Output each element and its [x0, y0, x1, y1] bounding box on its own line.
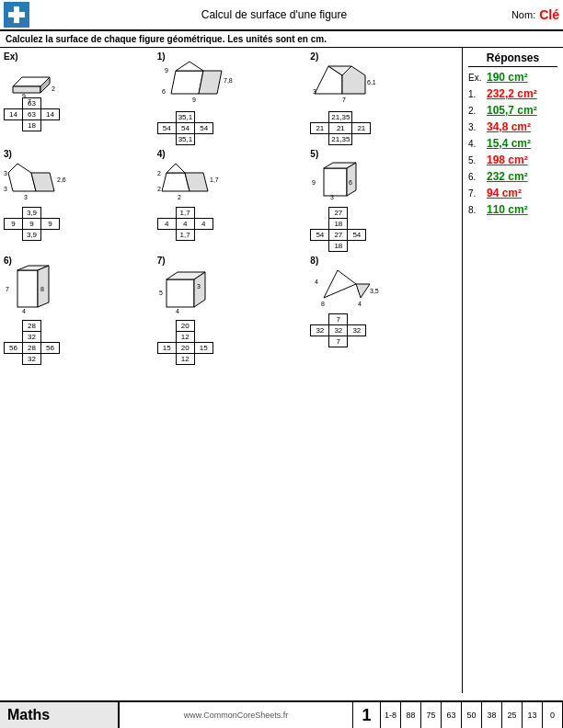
prob-5-net-table: 27 18 542754 18: [310, 207, 366, 252]
prob-5-block: 5) 9 6 3 27: [310, 149, 458, 252]
svg-text:3: 3: [24, 194, 28, 200]
svg-text:9: 9: [165, 67, 168, 74]
svg-marker-3: [13, 86, 40, 93]
prob-3-shape: 3 3 3 2,6: [4, 159, 152, 205]
svg-text:3: 3: [4, 170, 7, 176]
prob-5-svg: 9 6 3: [310, 159, 374, 203]
svg-text:4: 4: [358, 301, 362, 307]
prob-5-shape: 9 6 3: [310, 159, 458, 205]
prob-7-label: 7): [157, 256, 166, 266]
prob-6-svg: 7 8 4: [4, 266, 68, 316]
footer-maths-label: Maths: [0, 702, 120, 728]
prob-2-net: 21,35 212121 21,35: [310, 111, 458, 145]
answer-8-label: 8.: [468, 205, 487, 215]
ex-shape: 9 2 7: [4, 63, 152, 96]
svg-marker-53: [356, 284, 370, 298]
svg-text:7,8: 7,8: [224, 77, 233, 84]
row-3: 6) 7 8 4 28: [4, 256, 458, 365]
prob-1-svg: 9 6 9 7,8: [157, 62, 240, 108]
prob-2-shape: 3 7 6,1: [310, 62, 458, 109]
logo: [4, 2, 29, 28]
svg-marker-8: [171, 71, 203, 94]
prob-2-svg: 3 7 6,1: [310, 62, 393, 108]
svg-text:3: 3: [313, 88, 316, 95]
prob-8-net-table: 7 323232 7: [310, 313, 366, 347]
answer-ex: Ex. 190 cm²: [468, 71, 557, 84]
svg-text:1,7: 1,7: [210, 176, 219, 183]
answer-2: 2. 105,7 cm²: [468, 104, 557, 117]
answer-5-value: 198 cm²: [487, 154, 528, 166]
answer-5-label: 5.: [468, 155, 487, 165]
prob-1-block: 1) 9 6 9 7,8: [157, 51, 305, 145]
prob-3-net: 3,9 999 3,9: [4, 207, 152, 241]
answer-1-label: 1.: [468, 89, 487, 99]
exercises-area: Ex) 9 2 7: [0, 48, 462, 693]
prob-4-label: 4): [157, 149, 166, 159]
prob-1-net: 35,1 545454 35,1: [157, 111, 305, 145]
header-nom: Nom:: [511, 9, 535, 20]
svg-text:2,6: 2,6: [57, 176, 66, 183]
answers-title: Réponses: [468, 51, 557, 67]
prob-2-net-table: 21,35 212121 21,35: [310, 111, 371, 145]
answer-2-label: 2.: [468, 106, 487, 116]
prob-2-block: 2) 3 7 6,1 21,35: [310, 51, 458, 145]
prob-7-shape: 5 3 4: [157, 266, 305, 318]
answer-8: 8. 110 cm²: [468, 203, 557, 216]
footer-numbers: 1-8 88 75 63 50 38 25 13 0: [380, 702, 563, 728]
prob-3-label: 3): [4, 149, 12, 159]
svg-marker-21: [8, 164, 36, 191]
svg-text:8: 8: [321, 301, 325, 307]
answer-4-label: 4.: [468, 139, 487, 149]
svg-rect-46: [167, 279, 194, 307]
answer-7-value: 94 cm²: [487, 187, 522, 199]
svg-text:4: 4: [176, 308, 179, 314]
prob-7-net: 20 12 152015 12: [157, 320, 305, 365]
instruction: Calculez la surface de chaque figure géo…: [0, 31, 563, 48]
svg-text:7: 7: [6, 286, 9, 292]
header: Calcul de surface d'une figure Nom: Clé: [0, 0, 563, 31]
prob-7-block: 7) 5 3 4 20: [157, 256, 305, 365]
answer-7-label: 7.: [468, 188, 487, 199]
svg-text:2: 2: [178, 194, 181, 200]
answer-1-value: 232,2 cm²: [487, 87, 537, 100]
svg-rect-40: [17, 270, 38, 307]
answer-8-value: 110 cm²: [487, 203, 528, 216]
prob-1-label: 1): [157, 51, 166, 62]
footer: Maths www.CommonCoreSheets.fr 1 1-8 88 7…: [0, 700, 563, 728]
footer-num-13: 13: [523, 702, 543, 728]
ex-net-table: 63 146314 18: [4, 97, 60, 131]
footer-page: 1: [352, 702, 380, 728]
svg-text:3,5: 3,5: [370, 288, 379, 294]
header-title: Calcul de surface d'une figure: [37, 8, 511, 21]
svg-text:8: 8: [40, 286, 44, 292]
svg-text:7: 7: [342, 97, 346, 103]
answer-4: 4. 15,4 cm²: [468, 137, 557, 150]
ex-label: Ex): [4, 51, 18, 62]
prob-3-net-table: 3,9 999 3,9: [4, 207, 60, 241]
prob-6-label: 6): [4, 256, 12, 266]
answer-4-value: 15,4 cm²: [487, 137, 531, 150]
svg-text:5: 5: [159, 290, 163, 296]
prob-6-block: 6) 7 8 4 28: [4, 256, 152, 365]
answer-5: 5. 198 cm²: [468, 154, 557, 166]
ex-net: 63 146314 18: [4, 97, 152, 131]
row-1: Ex) 9 2 7: [4, 51, 458, 145]
prob-3-block: 3) 3 3 3 2,6 3,9: [4, 149, 152, 252]
footer-range: 1-8: [381, 702, 401, 728]
svg-text:9: 9: [22, 93, 26, 99]
prob-2-label: 2): [310, 51, 318, 62]
svg-text:2: 2: [157, 170, 161, 176]
svg-marker-10: [176, 62, 203, 71]
answer-ex-label: Ex.: [468, 73, 487, 83]
answer-2-value: 105,7 cm²: [487, 104, 537, 117]
prob-5-label: 5): [310, 149, 318, 159]
footer-num-63: 63: [442, 702, 462, 728]
svg-text:3: 3: [197, 283, 201, 290]
svg-text:4: 4: [315, 279, 318, 285]
prob-4-net: 1,7 444 1,7: [157, 207, 305, 241]
answer-ex-value: 190 cm²: [487, 71, 528, 84]
footer-num-75: 75: [421, 702, 442, 728]
answer-3: 3. 34,8 cm²: [468, 120, 557, 133]
answers-panel: Réponses Ex. 190 cm² 1. 232,2 cm² 2. 105…: [462, 48, 563, 693]
prob-4-svg: 2 2 2 1,7: [157, 159, 231, 203]
